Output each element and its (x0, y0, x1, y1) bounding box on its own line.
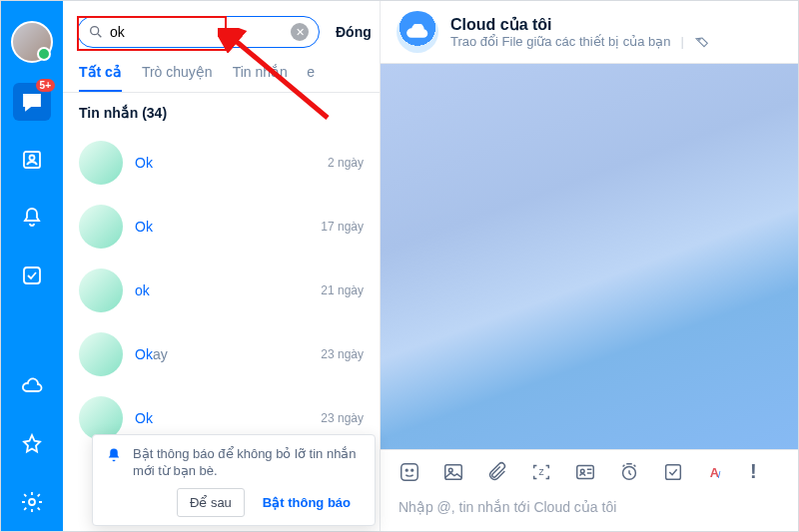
priority-icon[interactable]: ! (750, 460, 757, 483)
conversation-header: Cloud của tôi Trao đổi File giữa các thi… (381, 1, 798, 64)
format-icon[interactable]: A/ (706, 461, 728, 483)
svg-point-10 (448, 468, 452, 472)
result-time: 23 ngày (321, 347, 364, 361)
result-avatar (79, 205, 123, 249)
notif-later-button[interactable]: Để sau (177, 488, 245, 517)
rail-settings[interactable] (13, 483, 51, 521)
svg-point-7 (405, 469, 407, 471)
svg-rect-6 (401, 463, 418, 480)
notif-text: Bật thông báo để không bỏ lỡ tin nhắn mớ… (133, 445, 363, 480)
cloud-avatar (397, 11, 438, 53)
image-icon[interactable] (442, 461, 464, 483)
rail-notifications[interactable] (13, 199, 51, 237)
svg-rect-12 (577, 465, 594, 478)
svg-rect-9 (445, 464, 462, 479)
svg-text:/: / (718, 471, 721, 480)
conversation-panel: Cloud của tôi Trao đổi File giữa các thi… (381, 1, 798, 531)
sticker-icon[interactable] (399, 461, 420, 483)
conversation-subtitle: Trao đổi File giữa các thiết bị của bạn (450, 34, 671, 49)
conversation-title: Cloud của tôi (450, 15, 710, 34)
contact-card-icon[interactable] (574, 461, 596, 483)
svg-point-3 (29, 499, 35, 505)
svg-point-13 (580, 469, 584, 473)
notif-enable-button[interactable]: Bật thông báo (251, 488, 363, 517)
task-icon[interactable] (662, 461, 684, 483)
search-input[interactable] (110, 24, 285, 40)
results-section-title: Tin nhắn (34) (63, 93, 380, 131)
clear-icon[interactable]: ✕ (291, 23, 309, 41)
rail-cloud[interactable] (13, 367, 51, 405)
search-close-button[interactable]: Đóng (330, 20, 378, 44)
svg-rect-15 (666, 464, 681, 479)
screenshot-icon[interactable]: Z (530, 461, 552, 483)
rail-contacts[interactable] (13, 141, 51, 179)
bell-icon (105, 447, 123, 465)
nav-rail: 5+ (1, 1, 63, 531)
result-text: Okay (135, 346, 168, 362)
rail-messages[interactable]: 5+ (13, 83, 51, 121)
result-text: Ok (135, 410, 153, 426)
tab-all[interactable]: Tất cả (79, 58, 122, 92)
result-time: 23 ngày (321, 411, 364, 425)
compose-input[interactable]: Nhập @, tin nhắn tới Cloud của tôi (381, 493, 798, 531)
result-avatar (79, 141, 123, 185)
result-avatar (79, 268, 123, 312)
result-time: 2 ngày (328, 156, 364, 170)
svg-text:Z: Z (538, 467, 543, 476)
result-avatar (79, 332, 123, 376)
result-time: 17 ngày (321, 220, 364, 234)
svg-rect-2 (24, 267, 40, 283)
result-item[interactable]: ok 21 ngày (63, 259, 380, 322)
reminder-icon[interactable] (618, 461, 640, 483)
rail-star[interactable] (13, 425, 51, 463)
rail-todo[interactable] (13, 257, 51, 294)
tab-chat[interactable]: Trò chuyện (142, 58, 213, 92)
result-text: Ok (135, 155, 153, 171)
unread-badge: 5+ (36, 79, 55, 92)
attach-icon[interactable] (486, 461, 508, 483)
search-box[interactable]: ✕ (77, 16, 320, 48)
user-avatar[interactable] (11, 21, 53, 63)
result-time: 21 ngày (321, 283, 364, 297)
result-text: Ok (135, 219, 153, 235)
tag-icon[interactable] (694, 34, 710, 50)
tab-messages[interactable]: Tin nhắn e (233, 58, 315, 92)
svg-point-8 (411, 469, 413, 471)
result-item[interactable]: Ok 2 ngày (63, 131, 380, 195)
search-icon (88, 24, 104, 40)
chat-background (381, 64, 798, 449)
result-item[interactable]: Okay 23 ngày (63, 322, 380, 386)
compose-toolbar: Z A/ ! (381, 449, 798, 493)
enable-notifications-card: Bật thông báo để không bỏ lỡ tin nhắn mớ… (92, 434, 376, 526)
svg-point-4 (91, 27, 99, 35)
svg-point-1 (30, 156, 35, 161)
search-tabs: Tất cả Trò chuyện Tin nhắn e (63, 58, 380, 93)
result-text: ok (135, 282, 150, 298)
svg-point-5 (698, 38, 700, 40)
result-item[interactable]: Ok 17 ngày (63, 195, 380, 259)
